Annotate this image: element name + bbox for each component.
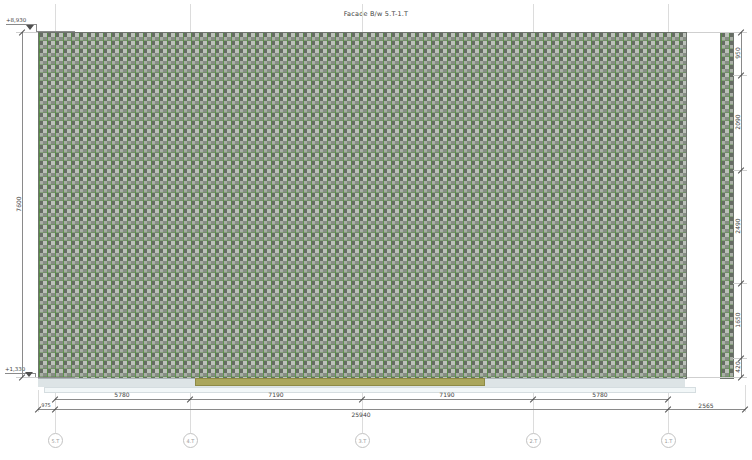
level-label-top: +8,930 bbox=[6, 17, 26, 23]
dim-line-right-chain bbox=[741, 32, 742, 377]
grid-bubble-3T: 3.T bbox=[355, 433, 370, 448]
facade-mesh-elevation bbox=[38, 32, 687, 379]
dim-right-segment: 1650 bbox=[734, 312, 741, 327]
grid-bubble-label: 2.T bbox=[530, 438, 538, 444]
grid-bubble-4T: 4.T bbox=[183, 433, 198, 448]
grid-bubble-1T: 1.T bbox=[661, 433, 676, 448]
level-leader-top bbox=[36, 31, 75, 32]
olive-base-strip bbox=[195, 378, 485, 386]
level-flag-icon-top bbox=[26, 25, 34, 30]
dim-line-left-overall bbox=[22, 32, 23, 377]
dim-bay: 7190 bbox=[268, 391, 283, 398]
grid-bubble-5T: 5.T bbox=[48, 433, 63, 448]
drawing-title: Facade B/w 5.T-1.T bbox=[0, 10, 752, 18]
dim-right-segment: 950 bbox=[734, 47, 741, 58]
grid-bubble-2T: 2.T bbox=[526, 433, 541, 448]
dim-overall: 25940 bbox=[351, 411, 370, 418]
facade-mesh-side-return bbox=[720, 32, 734, 379]
level-leader-bottom bbox=[35, 377, 75, 378]
dim-bay: 5780 bbox=[114, 391, 129, 398]
grid-bubble-label: 4.T bbox=[187, 438, 195, 444]
dim-right-segment: 2090 bbox=[734, 114, 741, 129]
level-leader-drop-top bbox=[36, 24, 37, 31]
dim-offset-right: 2565 bbox=[698, 402, 713, 409]
dim-bay: 7190 bbox=[439, 391, 454, 398]
dim-left-overall: 7600 bbox=[15, 196, 22, 211]
dim-line-bottom-overall bbox=[38, 409, 745, 410]
grid-bubble-label: 1.T bbox=[665, 438, 673, 444]
dim-offset-left: 975 bbox=[41, 402, 51, 408]
dim-right-segment: 2490 bbox=[734, 218, 741, 233]
dim-right-segment: 420 bbox=[734, 361, 741, 372]
grid-bubble-label: 5.T bbox=[52, 438, 60, 444]
grid-bubble-label: 3.T bbox=[359, 438, 367, 444]
dim-bay: 5780 bbox=[592, 391, 607, 398]
